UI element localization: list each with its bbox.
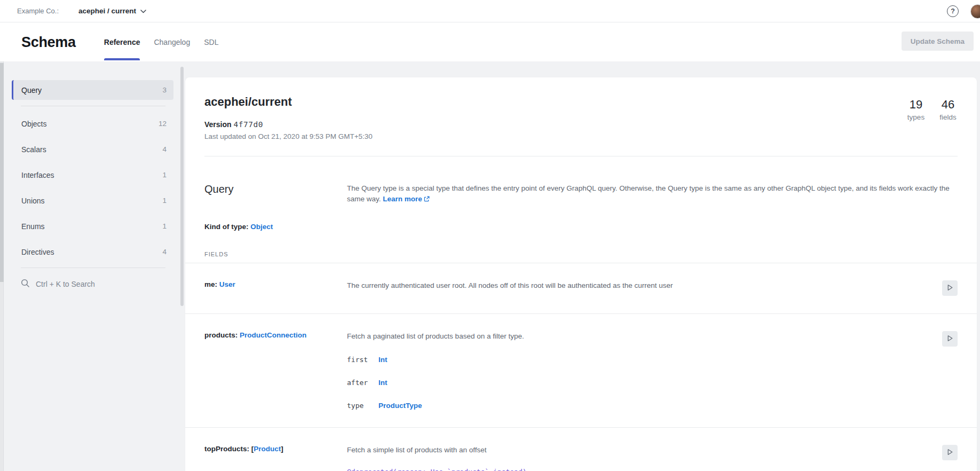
sidebar-item-query[interactable]: Query 3: [12, 80, 173, 100]
argument-name: first: [347, 356, 378, 364]
schema-type-sidebar: Query 3 Objects 12 Scalars 4 Interfaces …: [4, 61, 185, 471]
play-icon: [946, 448, 954, 458]
tab-reference[interactable]: Reference: [104, 23, 140, 61]
sidebar-item-count: 12: [159, 120, 167, 128]
version-value: 4f77d0: [233, 120, 263, 129]
last-updated: Last updated on Oct 21, 2020 at 9:53 PM …: [204, 132, 958, 140]
tab-sdl[interactable]: SDL: [204, 23, 218, 61]
chevron-down-icon: [140, 7, 146, 15]
stat-fields-value: 46: [938, 98, 958, 112]
argument-name: type: [347, 402, 378, 410]
kind-label: Kind of type:: [204, 223, 249, 231]
page-title: Schema: [21, 34, 76, 51]
field-description: Fetch a simple list of products with an …: [347, 445, 936, 455]
topbar-right: ?: [947, 0, 980, 22]
sidebar-item-label: Unions: [21, 197, 45, 205]
query-type-section: Query The Query type is a special type t…: [185, 156, 977, 471]
tab-changelog[interactable]: Changelog: [154, 23, 190, 61]
top-bar: Example Co.: acephei / current ?: [0, 0, 980, 22]
field-row-topProducts: topProducts: [Product] Fetch a simple li…: [204, 428, 958, 471]
argument-name: after: [347, 379, 378, 387]
sidebar-item-interfaces[interactable]: Interfaces 1: [12, 165, 173, 185]
field-type-link[interactable]: Product: [254, 445, 281, 453]
stat-types: 19 types: [906, 98, 926, 121]
stat-fields: 46 fields: [938, 98, 958, 121]
search-trigger[interactable]: Ctrl + K to Search: [21, 279, 173, 289]
field-name: topProducts:: [204, 445, 249, 453]
sidebar-item-enums[interactable]: Enums 1: [12, 216, 173, 236]
argument-row: first Int: [347, 356, 936, 364]
update-schema-button[interactable]: Update Schema: [902, 32, 974, 51]
sidebar-item-label: Interfaces: [21, 171, 54, 179]
field-row-me: me: User The currently authenticated use…: [204, 263, 958, 313]
field-name: products:: [204, 331, 238, 339]
field-name: me:: [204, 280, 217, 288]
help-icon[interactable]: ?: [947, 5, 959, 17]
play-icon: [946, 334, 954, 344]
deprecated-annotation: @deprecated(reason: Use `products` inste…: [347, 468, 936, 471]
version-line: Version 4f77d0: [204, 120, 958, 129]
sidebar-item-label: Enums: [21, 222, 45, 231]
sidebar-item-count: 3: [162, 86, 167, 94]
argument-type-link[interactable]: Int: [378, 356, 388, 364]
field-type-link[interactable]: ProductConnection: [240, 331, 306, 339]
field-signature: me: User: [204, 280, 347, 296]
sidebar-item-unions[interactable]: Unions 1: [12, 191, 173, 210]
argument-type-link[interactable]: ProductType: [378, 402, 422, 410]
sidebar-item-label: Query: [21, 86, 42, 95]
search-hint: Ctrl + K to Search: [36, 280, 95, 288]
field-type-link[interactable]: User: [219, 280, 235, 288]
argument-type-link[interactable]: Int: [378, 379, 388, 387]
sidebar-item-objects[interactable]: Objects 12: [12, 114, 173, 134]
graph-summary: acephei/current Version 4f77d0 Last upda…: [185, 77, 977, 156]
sidebar-item-label: Scalars: [21, 145, 46, 154]
argument-row: after Int: [347, 379, 936, 387]
org-label: Example Co.:: [17, 7, 59, 15]
run-in-explorer-button[interactable]: [942, 280, 958, 296]
tab-bar: Reference Changelog SDL: [104, 23, 219, 61]
sidebar-item-label: Directives: [21, 248, 54, 256]
field-signature: products: ProductConnection: [204, 331, 347, 410]
field-signature: topProducts: [Product]: [204, 445, 347, 471]
stat-types-label: types: [906, 113, 926, 121]
field-description: The currently authenticated user root. A…: [347, 280, 936, 296]
run-in-explorer-button[interactable]: [942, 331, 958, 347]
field-row-products: products: ProductConnection Fetch a pagi…: [204, 314, 958, 427]
type-description-text: The Query type is a special type that de…: [347, 184, 950, 203]
graph-selector-label: acephei / current: [78, 7, 136, 15]
argument-row: type ProductType: [347, 402, 936, 410]
sidebar-scrollbar[interactable]: [180, 67, 184, 306]
type-description: The Query type is a special type that de…: [347, 183, 958, 205]
external-link-icon: [424, 194, 430, 205]
version-label: Version: [204, 120, 232, 129]
graph-title: acephei/current: [204, 95, 958, 109]
field-description: Fetch a paginated list of products based…: [347, 331, 936, 341]
type-name: Query: [204, 183, 347, 205]
content-area: Query 3 Objects 12 Scalars 4 Interfaces …: [0, 61, 980, 471]
fields-section-label: FIELDS: [204, 251, 958, 257]
window-scrollbar-thumb[interactable]: [0, 63, 4, 282]
stat-types-value: 19: [906, 98, 926, 112]
sidebar-item-label: Objects: [21, 120, 46, 128]
run-in-explorer-button[interactable]: [942, 445, 958, 460]
sidebar-item-scalars[interactable]: Scalars 4: [12, 139, 173, 159]
play-icon: [946, 284, 954, 293]
learn-more-link[interactable]: Learn more: [383, 195, 430, 203]
graph-selector-dropdown[interactable]: acephei / current: [78, 7, 146, 15]
page-header: Schema Reference Changelog SDL Update Sc…: [0, 23, 980, 61]
sidebar-item-count: 1: [162, 222, 167, 230]
window-scrollbar[interactable]: [0, 61, 4, 471]
sidebar-divider: [21, 268, 165, 268]
schema-stats: 19 types 46 fields: [906, 98, 958, 121]
sidebar-item-directives[interactable]: Directives 4: [12, 242, 173, 262]
stat-fields-label: fields: [938, 113, 958, 121]
sidebar-item-count: 4: [162, 248, 167, 256]
sidebar-item-count: 1: [162, 171, 167, 179]
sidebar-item-count: 4: [162, 145, 167, 153]
search-icon: [21, 279, 30, 289]
learn-more-label: Learn more: [383, 195, 422, 203]
kind-value-link[interactable]: Object: [250, 223, 273, 231]
divider: [204, 156, 958, 156]
field-arguments: first Int after Int type ProductType: [347, 356, 936, 410]
user-avatar[interactable]: [970, 4, 980, 19]
